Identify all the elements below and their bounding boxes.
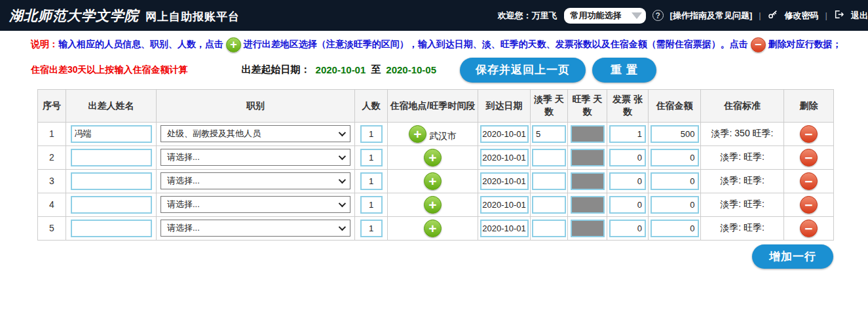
table-row: 5 请选择... + 淡季: 旺季: −: [38, 216, 834, 240]
save-return-button[interactable]: 保存并返回上一页: [460, 58, 586, 83]
low-season-days-input[interactable]: [532, 125, 566, 143]
app-title: 网上自助报账平台: [145, 9, 240, 24]
traveler-name-input[interactable]: [71, 149, 152, 166]
rank-select-value: 请选择...: [167, 222, 200, 234]
lodging-amount-input[interactable]: [651, 172, 699, 190]
chevron-down-icon: [339, 176, 346, 184]
high-season-days-disabled: [571, 125, 605, 143]
high-season-days-disabled: [571, 220, 605, 237]
high-season-days-disabled: [571, 149, 605, 166]
trip-end-date: 2020-10-05: [386, 64, 436, 75]
high-season-days-disabled: [571, 196, 605, 214]
people-count-input[interactable]: [360, 196, 383, 214]
rank-select[interactable]: 请选择...: [160, 220, 350, 237]
lodging-amount-input[interactable]: [651, 196, 699, 214]
traveler-name-input[interactable]: [71, 172, 152, 190]
arrive-date-input[interactable]: [480, 196, 529, 214]
key-icon: [768, 9, 778, 22]
delete-row-button[interactable]: −: [800, 196, 818, 214]
invoice-count-input[interactable]: [609, 172, 646, 190]
quick-function-select-label: 常用功能选择: [571, 10, 622, 22]
arrive-date-input[interactable]: [480, 149, 529, 166]
rank-select-value: 请选择...: [167, 151, 200, 163]
table-header-row: 序号 出差人姓名 职别 人数 住宿地点/旺季时间段 到达日期 淡季 天数 旺季 …: [38, 89, 834, 122]
row-index: 2: [38, 145, 66, 169]
low-season-days-input[interactable]: [532, 220, 566, 237]
welcome-text: 欢迎您：万里飞: [498, 10, 557, 22]
rank-select[interactable]: 处级、副教授及其他人员: [160, 125, 350, 142]
arrive-date-input[interactable]: [480, 220, 529, 237]
people-count-input[interactable]: [360, 149, 383, 166]
table-row: 2 请选择... + 淡季: 旺季: −: [38, 145, 834, 169]
lodging-amount-input[interactable]: [651, 220, 699, 237]
traveler-name-input[interactable]: [71, 196, 152, 214]
lodging-standard-text: 淡季: 350 旺季:: [711, 128, 774, 138]
logout-link[interactable]: 退出: [851, 10, 868, 22]
add-row-button[interactable]: 增加一行: [752, 244, 833, 269]
reset-button[interactable]: 重 置: [592, 58, 656, 83]
trip-date-bar: 出差起始日期： 2020-10-01 至 2020-10-05 保存并返回上一页…: [242, 58, 656, 83]
col-header-invoices: 发票 张数: [607, 89, 649, 122]
dropdown-arrow-icon: [632, 12, 642, 19]
col-header-high-days: 旺季 天数: [568, 89, 607, 122]
col-header-index: 序号: [38, 89, 66, 122]
invoice-count-input[interactable]: [609, 196, 646, 214]
instruction-line2: 住宿出差30天以上按输入住宿金额计算: [31, 64, 188, 76]
high-season-days-disabled: [571, 172, 605, 190]
lodging-amount-input[interactable]: [651, 149, 699, 166]
delete-row-button[interactable]: −: [800, 125, 818, 143]
people-count-input[interactable]: [360, 172, 383, 190]
table-row: 3 请选择... + 淡季: 旺季: −: [38, 169, 834, 193]
traveler-name-input[interactable]: [71, 220, 152, 237]
col-header-standard: 住宿标准: [701, 89, 784, 122]
instruction-prefix: 说明：: [31, 39, 58, 49]
arrive-date-input[interactable]: [480, 172, 529, 190]
add-location-button[interactable]: +: [424, 172, 442, 190]
instruction-part1: 输入相应的人员信息、职别、人数，点击: [58, 39, 223, 49]
people-count-input[interactable]: [360, 125, 383, 143]
people-count-input[interactable]: [360, 220, 383, 237]
add-location-button[interactable]: +: [409, 125, 426, 143]
col-header-amount: 住宿金额: [649, 89, 701, 122]
trip-start-date: 2020-10-01: [316, 64, 366, 75]
invoice-count-input[interactable]: [609, 149, 646, 166]
row-index: 1: [38, 122, 66, 145]
col-header-arrive-date: 到达日期: [478, 89, 531, 122]
row-index: 4: [38, 193, 66, 216]
add-location-button[interactable]: +: [424, 220, 442, 237]
guide-link[interactable]: [操作指南及常见问题]: [670, 10, 753, 22]
logout-icon: [834, 9, 844, 22]
help-icon: ?: [652, 10, 664, 21]
col-header-rank: 职别: [157, 89, 355, 122]
chevron-down-icon: [339, 223, 346, 231]
arrive-date-input[interactable]: [480, 125, 529, 143]
low-season-days-input[interactable]: [532, 149, 566, 166]
rank-select[interactable]: 请选择...: [160, 172, 350, 189]
delete-row-button[interactable]: −: [800, 220, 818, 237]
divider: |: [825, 10, 827, 20]
add-location-button[interactable]: +: [424, 149, 442, 166]
invoice-count-input[interactable]: [609, 220, 646, 237]
table-row: 1 处级、副教授及其他人员 +武汉市 淡季: 350 旺季: −: [38, 122, 834, 145]
delete-row-button[interactable]: −: [800, 172, 818, 190]
lodging-expense-table: 序号 出差人姓名 职别 人数 住宿地点/旺季时间段 到达日期 淡季 天数 旺季 …: [37, 89, 834, 241]
col-header-location: 住宿地点/旺季时间段: [388, 89, 478, 122]
change-password-link[interactable]: 修改密码: [785, 10, 819, 22]
rank-select[interactable]: 请选择...: [160, 149, 350, 166]
top-header-bar: 湖北师范大学文学院 网上自助报账平台 欢迎您：万里飞 常用功能选择 ? [操作指…: [0, 0, 868, 31]
low-season-days-input[interactable]: [532, 172, 566, 190]
col-header-low-days: 淡季 天数: [531, 89, 568, 122]
add-location-button[interactable]: +: [424, 196, 442, 214]
lodging-amount-input[interactable]: [651, 125, 699, 143]
invoice-count-input[interactable]: [609, 125, 646, 143]
traveler-name-input[interactable]: [71, 125, 152, 143]
col-header-name: 出差人姓名: [66, 89, 157, 122]
rank-select-value: 请选择...: [167, 199, 200, 210]
quick-function-select[interactable]: 常用功能选择: [564, 8, 646, 24]
col-header-delete: 删除: [784, 89, 834, 122]
delete-row-button[interactable]: −: [800, 149, 818, 166]
chevron-down-icon: [339, 129, 346, 136]
table-row: 4 请选择... + 淡季: 旺季: −: [38, 193, 834, 216]
rank-select[interactable]: 请选择...: [160, 196, 350, 213]
low-season-days-input[interactable]: [532, 196, 566, 214]
